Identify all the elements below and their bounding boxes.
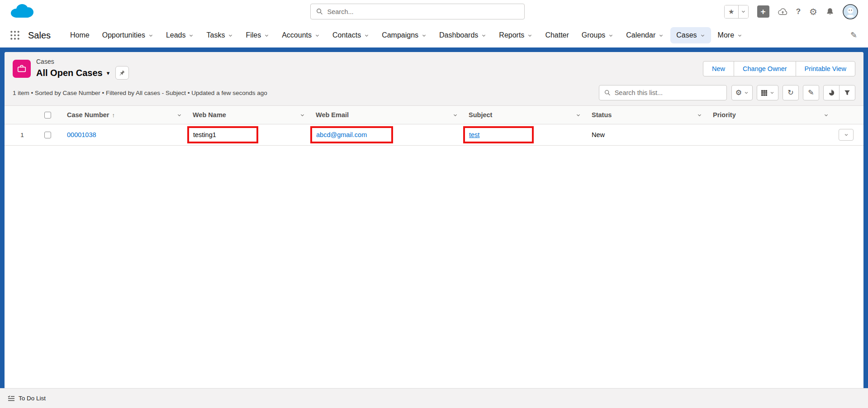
chevron-down-icon [148,33,153,38]
nav-item-label: Leads [166,31,186,39]
chart-filter-group [823,85,855,100]
briefcase-icon [17,64,27,74]
chevron-down-icon [659,33,664,38]
column-header-web-name[interactable]: Web Name [187,106,310,124]
web-email-annotation-box: abcd@gmail.com [310,126,393,143]
list-view-header: Cases All Open Cases ▾ NewChange OwnerPr… [5,52,863,105]
trailhead-upload-button[interactable] [778,8,787,15]
cases-table: Case Number↑Web NameWeb EmailSubjectStat… [5,105,863,146]
nav-item-calendar[interactable]: Calendar [620,27,669,43]
column-header-status[interactable]: Status [586,106,707,124]
chevron-down-icon [453,113,458,118]
actions-column-header [834,106,863,124]
nav-item-reports[interactable]: Reports [493,27,538,43]
nav-item-groups[interactable]: Groups [576,27,619,43]
edit-navigation-button[interactable]: ✎ [848,30,860,41]
todo-list-item[interactable]: To Do List [19,395,46,402]
nav-item-home[interactable]: Home [64,27,95,43]
nav-item-contacts[interactable]: Contacts [327,27,375,43]
list-view-selector-caret-icon[interactable]: ▾ [107,70,110,76]
gear-icon: ⚙ [735,89,742,96]
entity-label: Cases [36,58,129,65]
chevron-down-icon [264,33,269,38]
column-header-priority[interactable]: Priority [707,106,834,124]
chevron-down-icon [700,33,705,38]
salesforce-logo [10,2,34,21]
search-icon [604,90,611,96]
subject-link[interactable]: test [469,131,479,138]
favorites-list-button[interactable] [738,5,748,18]
app-launcher-button[interactable] [8,28,22,42]
nav-item-more[interactable]: More [712,27,748,43]
setup-button[interactable]: ⚙ [809,6,817,17]
global-header: ★ + ? ⚙ [0,0,868,23]
subject-annotation-box: test [463,126,534,143]
nav-item-label: More [718,31,734,39]
global-search-input[interactable] [327,8,519,16]
nav-item-dashboards[interactable]: Dashboards [433,27,492,43]
charts-button[interactable] [823,85,840,100]
notifications-button[interactable] [826,8,834,16]
list-settings-button[interactable]: ⚙ [731,85,753,100]
app-name: Sales [28,30,51,41]
change-owner-button[interactable]: Change Owner [734,61,796,76]
pin-list-button[interactable] [115,66,129,80]
global-search-box [310,4,525,19]
chevron-down-icon [527,33,532,38]
user-avatar-button[interactable] [843,4,858,19]
nav-item-label: Reports [499,31,524,39]
favorites-star-button[interactable]: ★ [725,5,738,18]
chevron-down-icon [744,90,749,95]
row-checkbox[interactable] [44,132,51,138]
filter-button[interactable] [839,85,855,100]
nav-items: HomeOpportunitiesLeadsTasksFilesAccounts… [64,27,748,43]
nav-item-label: Campaigns [382,31,418,39]
column-header-subject[interactable]: Subject [463,106,586,124]
chart-icon [828,90,835,96]
title-block: Cases All Open Cases ▾ [36,58,129,80]
nav-item-label: Files [246,31,261,39]
global-actions-button[interactable]: + [757,5,769,18]
chevron-down-icon [177,113,182,118]
star-icon: ★ [728,8,734,15]
nav-item-chatter[interactable]: Chatter [539,27,574,43]
web-name-value: testing1 [193,131,216,138]
column-header-web-email[interactable]: Web Email [310,106,463,124]
refresh-button[interactable]: ↻ [783,85,799,100]
printable-view-button[interactable]: Printable View [796,61,855,76]
nav-item-files[interactable]: Files [240,27,275,43]
row-number-column-header [5,106,40,124]
filter-icon [844,90,850,96]
select-all-column-header [40,106,62,124]
help-button[interactable]: ? [796,7,801,16]
display-as-button[interactable] [757,85,778,100]
utility-bar: To Do List [0,388,868,408]
app-navigation-bar: Sales HomeOpportunitiesLeadsTasksFilesAc… [0,23,868,47]
list-search-box [599,85,727,100]
list-view-table-container: Case Number↑Web NameWeb EmailSubjectStat… [5,105,863,388]
pin-icon [119,70,125,76]
app-launcher-icon [10,30,20,40]
web-name-annotation-box: testing1 [187,126,258,143]
list-search-input[interactable] [614,89,721,97]
select-all-checkbox[interactable] [44,112,51,119]
column-header-case-number[interactable]: Case Number↑ [62,106,187,124]
nav-item-tasks[interactable]: Tasks [200,27,239,43]
inline-edit-button[interactable]: ✎ [803,85,819,100]
nav-item-accounts[interactable]: Accounts [276,27,326,43]
new-button[interactable]: New [703,61,734,76]
nav-item-cases[interactable]: Cases [670,27,711,43]
nav-item-campaigns[interactable]: Campaigns [376,27,432,43]
web-email-link[interactable]: abcd@gmail.com [316,131,367,138]
table-header-row: Case Number↑Web NameWeb EmailSubjectStat… [5,106,863,124]
chevron-down-icon [228,33,233,38]
nav-item-label: Home [70,31,90,39]
chevron-down-icon [741,9,746,14]
nav-item-label: Tasks [206,31,225,39]
nav-item-opportunities[interactable]: Opportunities [96,27,159,43]
nav-item-leads[interactable]: Leads [160,27,200,43]
case-number-link[interactable]: 00001038 [67,131,96,138]
row-actions-button[interactable] [839,129,854,141]
help-icon: ? [796,7,801,16]
priority-value [707,124,834,146]
